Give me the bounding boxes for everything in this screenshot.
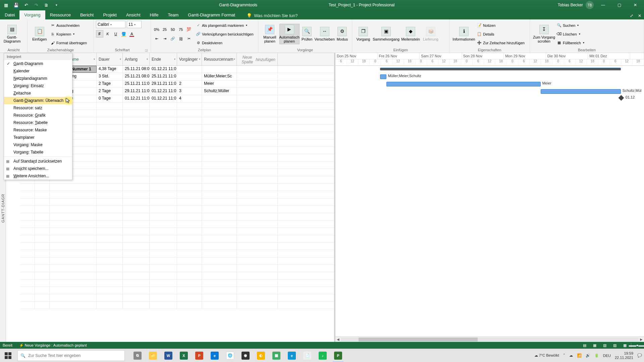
col-start[interactable]: Anfang▾	[123, 53, 150, 65]
app-launcher-icon[interactable]: ▦	[3, 2, 9, 8]
save-icon[interactable]: 💾	[13, 2, 19, 8]
gantt-bar-brainstorming[interactable]	[380, 74, 386, 79]
gantt-bar-bearbeitung[interactable]	[541, 89, 621, 94]
view-res-grafik[interactable]: Ressource: Grafik	[4, 112, 72, 119]
lang-indicator[interactable]: DEU	[603, 354, 611, 358]
split-button[interactable]: ✂	[185, 35, 193, 43]
view-kalender[interactable]: Kalender	[4, 67, 72, 75]
close-pane-icon[interactable]: ✕	[638, 13, 641, 18]
clock[interactable]: 19:5922.11.2021	[615, 351, 633, 359]
deactivate-button[interactable]: ⊘Deaktivieren	[195, 40, 254, 46]
auto-schedule-button[interactable]: ▶Automatisch planen	[279, 24, 300, 44]
excel-icon[interactable]: X	[176, 349, 191, 362]
start-button[interactable]	[0, 349, 16, 362]
view-vorgang-einsatz[interactable]: Vorgang: Einsatz	[4, 82, 72, 89]
col-pred[interactable]: Vorgänger▾	[177, 53, 202, 65]
view-res-tabelle[interactable]: Ressource: Tabelle	[4, 119, 72, 126]
gantt-summary-bar[interactable]	[380, 68, 621, 70]
edge2-icon[interactable]: e	[284, 349, 299, 362]
table-row[interactable]	[20, 184, 334, 191]
view-gantt[interactable]: Gantt-Diagramm	[4, 60, 72, 67]
notepad-icon[interactable]: 📄	[300, 349, 315, 362]
fill-color-button[interactable]: 🪣	[120, 30, 127, 38]
format-painter-button[interactable]: 🖌Format übertragen	[50, 40, 88, 46]
col-add[interactable]: Neue Spaltehinzufügen	[237, 53, 278, 65]
onedrive-icon[interactable]: ☁	[569, 353, 573, 358]
tab-format[interactable]: Gantt-Diagramm Format	[183, 10, 240, 19]
undo-icon[interactable]: ↶	[23, 2, 30, 8]
tell-me-search[interactable]: 💡Was möchten Sie tun?	[247, 13, 298, 19]
view-res-einsatz[interactable]: Ressource: satz	[4, 104, 72, 112]
chrome-icon[interactable]: 🌐	[223, 349, 237, 362]
pct0-button[interactable]: 0%	[153, 26, 160, 33]
mark-ontrack-button[interactable]: ✓Als plangemäß markieren▾	[195, 23, 254, 28]
tab-bericht[interactable]: Bericht	[75, 10, 98, 19]
tab-datei[interactable]: Datei	[0, 10, 19, 19]
table-row[interactable]	[20, 235, 334, 243]
view-calendar-icon[interactable]: ▨	[611, 343, 619, 348]
notes-button[interactable]: 📝Notizen	[476, 23, 525, 28]
tray-chevron-icon[interactable]: ˄	[563, 353, 565, 358]
status-mode[interactable]: ⚡ Neue Vorgänge : Automatisch geplant	[19, 343, 87, 348]
table-row[interactable]	[20, 206, 334, 213]
view-reset[interactable]: Auf Standard zurücksetzen	[4, 158, 72, 165]
table-row[interactable]	[20, 228, 334, 235]
view-save[interactable]: Ansicht speichern...	[4, 165, 72, 172]
milestone-button[interactable]: ◆Meilenstein	[400, 26, 421, 42]
word-icon[interactable]: W	[161, 349, 176, 362]
respect-links-button[interactable]: 🔗Verknüpfungen berücksichtigen	[195, 32, 254, 37]
volume-icon[interactable]: 🔊	[586, 353, 590, 358]
wifi-icon[interactable]: 📶	[577, 353, 582, 358]
manual-schedule-button[interactable]: 📌Manuell planen	[260, 24, 279, 44]
add-timeline-button[interactable]: ➕Zur Zeitachse hinzufügen	[476, 40, 525, 46]
project-icon[interactable]: P	[331, 349, 345, 362]
app8-icon[interactable]: ◐	[254, 349, 268, 362]
tab-ressource[interactable]: Ressource	[45, 10, 75, 19]
zoom-slider[interactable]: ▬▬●▬▬	[633, 343, 641, 348]
doc-icon[interactable]: 🗎	[43, 2, 50, 8]
view-res-maske[interactable]: Ressource: Maske	[4, 126, 72, 134]
table-row[interactable]	[20, 191, 334, 198]
unlink-button[interactable]: ⛓	[177, 35, 184, 43]
bold-button[interactable]: F	[96, 30, 103, 38]
view-vorgang-tabelle[interactable]: Vorgang: Tabelle	[4, 148, 72, 156]
edge-icon[interactable]: e	[207, 349, 222, 362]
italic-button[interactable]: K	[104, 30, 111, 38]
table-row[interactable]	[20, 302, 334, 309]
user-avatar[interactable]: TB	[586, 1, 594, 9]
font-color-button[interactable]: A	[128, 30, 136, 38]
view-gantt-icon[interactable]: ▤	[581, 343, 589, 348]
table-row[interactable]	[20, 287, 334, 294]
table-row[interactable]	[20, 250, 334, 257]
scroll-right-icon[interactable]: ▶	[639, 338, 644, 341]
obs-icon[interactable]: ◉	[238, 349, 253, 362]
pct100-button[interactable]: 💯	[185, 26, 193, 33]
battery-icon[interactable]: 🔋	[594, 353, 599, 358]
table-row[interactable]	[20, 213, 334, 221]
find-button[interactable]: 🔍Suchen▾	[556, 23, 585, 28]
cut-button[interactable]: ✂Ausschneiden	[50, 23, 88, 28]
pct50-button[interactable]: 50	[169, 26, 176, 33]
move-button[interactable]: ↔Verschieben	[315, 26, 335, 42]
view-netz[interactable]: Netzplandiagramm	[4, 75, 72, 82]
tab-team[interactable]: Team	[163, 10, 183, 19]
tab-ansicht[interactable]: Ansicht	[121, 10, 145, 19]
tab-hilfe[interactable]: Hilfe	[145, 10, 163, 19]
col-duration[interactable]: Dauer▾	[97, 53, 123, 65]
view-usage-icon[interactable]: ▦	[591, 343, 599, 348]
view-more[interactable]: Weitere Ansichten...	[4, 172, 72, 180]
info-button[interactable]: ℹInformationen	[451, 26, 476, 42]
view-zeitachse[interactable]: Zeitachse	[4, 89, 72, 97]
gantt-hscroll[interactable]: ◀ ▶	[335, 337, 644, 342]
mode-button[interactable]: ⚙Modus	[335, 26, 350, 42]
link-button[interactable]: 🔗	[169, 35, 176, 43]
view-gantt-uberwach[interactable]: Gantt-Diagramm: Überwach	[4, 97, 72, 104]
paste-button[interactable]: 📋Einfügen	[30, 26, 50, 42]
view-resource-icon[interactable]: ▩	[621, 343, 629, 348]
table-row[interactable]	[20, 221, 334, 228]
table-row[interactable]	[20, 243, 334, 250]
table-row[interactable]	[20, 280, 334, 287]
outdent-button[interactable]: ⇤	[153, 35, 160, 43]
weather-widget[interactable]: ☁ 7°C Bewölkt	[534, 353, 559, 358]
view-vorgang-maske[interactable]: Vorgang: Maske	[4, 141, 72, 148]
